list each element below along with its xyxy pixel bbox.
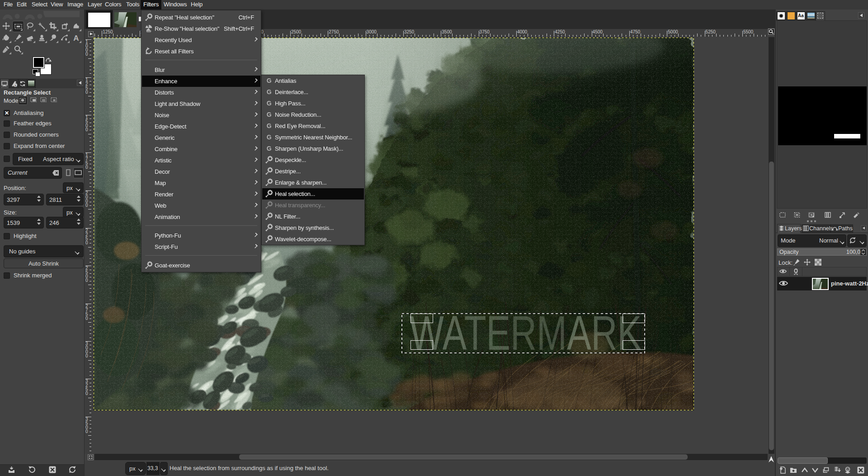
svg-text:i: i: [15, 84, 16, 87]
svg-text:A: A: [73, 34, 79, 42]
